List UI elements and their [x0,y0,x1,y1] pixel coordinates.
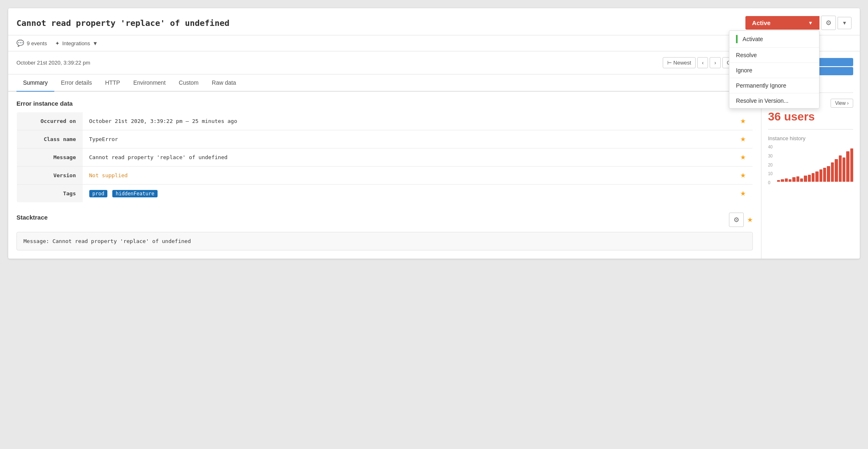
histogram-bar [827,166,830,182]
tab-error-details[interactable]: Error details [54,74,98,92]
histogram-bar [785,178,788,182]
star-icon: ★ [740,136,746,143]
histogram-bar [800,178,803,182]
event-date: October 21st 2020, 3:39:22 pm [16,60,90,66]
dropdown-item-permanently-ignore-label: Permanently Ignore [736,82,786,89]
histogram-bar [835,159,838,182]
class-name-star[interactable]: ★ [733,130,753,148]
events-count: 9 events [27,40,47,46]
star-icon: ★ [740,118,746,125]
star-icon: ★ [740,154,746,161]
version-label: Version [17,167,83,185]
occurred-on-star[interactable]: ★ [733,112,753,130]
stacktrace-star-icon[interactable]: ★ [747,216,753,224]
star-icon: ★ [740,190,746,197]
tags-label: Tags [17,185,83,203]
histogram-bar [777,180,780,182]
class-name-label: Class name [17,130,83,148]
newest-button[interactable]: ⊢ Newest [663,57,696,68]
tabs: Summary Error details HTTP Environment C… [8,74,761,92]
stacktrace-gear-icon: ⚙ [733,216,739,223]
gear-icon: ⚙ [826,19,831,26]
dropdown-item-permanently-ignore[interactable]: Permanently Ignore [729,78,819,93]
dropdown-item-resolve-version-label: Resolve in Version... [736,97,789,104]
histogram-bar [792,177,795,182]
version-value: Not supplied [83,167,734,185]
histogram-bar [846,151,849,182]
integrations-button[interactable]: ✦ Integrations ▼ [55,40,98,46]
histogram-bar [808,175,811,182]
y-label-10: 10 [768,171,773,176]
y-label-20: 20 [768,163,773,167]
tab-http[interactable]: HTTP [98,74,127,92]
occurred-on-label: Occurred on [17,112,83,130]
chevron-down-icon: ▼ [808,20,813,26]
histogram-bars [777,145,853,182]
error-instance-section-title: Error instance data [16,100,753,107]
dropdown-item-activate[interactable]: Activate [729,31,819,48]
arrow-down-icon: ▼ [842,20,847,26]
message-label: Message [17,148,83,167]
tab-summary[interactable]: Summary [16,74,54,92]
message-value: Cannot read property 'replace' of undefi… [83,148,734,167]
dropdown-item-resolve-label: Resolve [736,52,757,58]
stacktrace-content: Message: Cannot read property 'replace' … [23,238,191,244]
status-button[interactable]: Active ▼ [745,16,819,30]
table-row-classname: Class name TypeError ★ [17,130,753,148]
integrations-icon: ✦ [55,40,60,46]
status-dropdown-menu: Activate Resolve Ignore Permanently Igno… [729,30,819,109]
tab-custom[interactable]: Custom [172,74,205,92]
tag-prod: prod [89,190,108,197]
stacktrace-gear-button[interactable]: ⚙ [729,213,744,227]
dropdown-item-resolve[interactable]: Resolve [729,48,819,63]
histogram-bar [839,155,842,182]
table-row-version: Version Not supplied ★ [17,167,753,185]
histogram-bar [819,169,822,182]
stacktrace-section: Stacktrace ⚙ ★ Message: Cannot read prop… [16,213,753,250]
table-row-tags: Tags prod hiddenFeature ★ [17,185,753,203]
message-star[interactable]: ★ [733,148,753,167]
histogram-bar [804,176,807,182]
histogram-container: 40 30 20 10 0 [768,145,853,186]
stacktrace-header: Stacktrace ⚙ ★ [16,213,753,227]
y-label-30: 30 [768,154,773,158]
table-row-occurred: Occurred on October 21st 2020, 3:39:22 p… [17,112,753,130]
prev-button[interactable]: ‹ [697,57,708,68]
version-star[interactable]: ★ [733,167,753,185]
dropdown-arrow-button[interactable]: ▼ [838,17,852,29]
instance-history-label: Instance history [768,135,853,141]
next-button[interactable]: › [710,57,720,68]
table-row-message: Message Cannot read property 'replace' o… [17,148,753,167]
histogram-bar [823,168,826,182]
gear-button[interactable]: ⚙ [821,16,836,30]
histogram-bar [850,148,853,182]
comment-icon: 💬 [16,39,24,47]
tab-content-summary: Error instance data Occurred on October … [8,92,761,259]
tab-raw-data[interactable]: Raw data [205,74,243,92]
histogram-bar [796,176,799,182]
tag-hidden-feature: hiddenFeature [112,190,158,197]
status-dropdown[interactable]: Active ▼ Activate Resolve [745,16,819,30]
affected-count: 36 users [768,110,853,123]
star-icon: ★ [740,172,746,179]
status-label: Active [752,19,771,26]
y-label-40: 40 [768,145,773,149]
view-affected-users-button[interactable]: View › [831,99,853,108]
histogram-bar [842,157,845,182]
dropdown-item-ignore-label: Ignore [736,67,752,74]
histogram-y-labels: 40 30 20 10 0 [768,145,773,186]
histogram-bar [789,179,791,182]
histogram-bar [781,179,784,182]
dropdown-item-resolve-version[interactable]: Resolve in Version... [729,93,819,108]
color-bar-icon [736,35,738,43]
tags-star[interactable]: ★ [733,185,753,203]
page-title: Cannot read property 'replace' of undefi… [16,18,230,28]
occurred-on-value: October 21st 2020, 3:39:22 pm – 25 minut… [83,112,734,130]
y-label-0: 0 [768,181,773,185]
histogram-bar [815,171,818,182]
integrations-label: Integrations [62,40,90,46]
dropdown-item-ignore[interactable]: Ignore [729,63,819,78]
event-header: October 21st 2020, 3:39:22 pm ⊢ Newest ‹… [8,51,761,74]
stacktrace-body: Message: Cannot read property 'replace' … [16,232,753,250]
tab-environment[interactable]: Environment [127,74,172,92]
